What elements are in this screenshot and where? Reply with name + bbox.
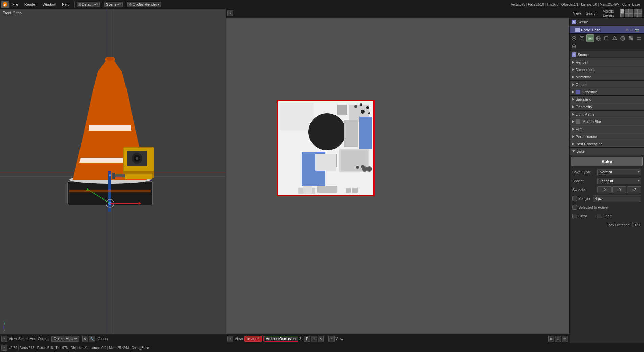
workspace-selector[interactable]: ⊞ Default +× [77,2,100,7]
swizzle-x[interactable]: +X [597,186,612,193]
mode-selector[interactable]: Object Mode ▾ [51,336,79,342]
svg-marker-71 [613,36,617,40]
layer-6[interactable] [620,13,624,17]
margin-checkbox[interactable] [572,196,577,201]
menu-window[interactable]: Window [40,2,59,7]
bake-section-header[interactable]: Bake [570,148,644,155]
dimensions-section[interactable]: Dimensions [570,66,644,73]
performance-section[interactable]: Performance [570,133,644,140]
cursor-icon[interactable]: ⊙ [630,28,633,32]
uv-icon2[interactable]: □ [555,336,561,342]
layer-7[interactable] [625,13,629,17]
uv-menu-icon2[interactable]: ≡ [227,336,233,342]
post-processing-section[interactable]: Post Processing [570,140,644,148]
space-row: Space: Tangent [571,177,643,185]
plus-key[interactable]: + [311,336,317,342]
render-icon[interactable]: 📷 [635,28,639,32]
freestyle-section[interactable]: Freestyle [570,88,644,96]
cage-cb[interactable] [597,214,601,218]
prop-render-icon[interactable] [578,34,586,42]
prop-physics-icon[interactable] [570,43,578,50]
swizzle-y[interactable]: +Y [612,186,626,193]
svg-rect-40 [359,117,372,149]
viewport-3d[interactable]: Front Ortho [0,9,226,343]
selected-active-cb[interactable] [572,205,577,210]
layer-4[interactable] [634,9,638,13]
prop-object-icon[interactable] [603,34,610,42]
render-section[interactable]: Render [570,58,644,66]
uv-bottombar: ≡ View Image* AmbientOcclusion 3 F + × ≡… [226,334,569,343]
prop-material-icon[interactable] [619,34,626,42]
object-cone-base[interactable]: △ Cone_Base 👁 ⊙ 📷 [570,26,644,34]
layer-10[interactable] [638,13,642,17]
post-processing-triangle [572,143,574,145]
freestyle-section-label: Freestyle [582,90,598,94]
image-name-display[interactable]: AmbientOcclusion [263,336,298,342]
third-viewport-label: ≡ View [328,336,343,342]
engine-selector[interactable]: ⚙ Cycles Render ▾ [127,2,161,7]
layer-3[interactable] [629,9,633,13]
geometry-section[interactable]: Geometry [570,103,644,111]
layer-1[interactable] [620,9,624,13]
uv-header: ≡ [226,9,569,18]
menu-render[interactable]: Render [22,2,39,7]
prop-scene-icon[interactable] [570,34,578,42]
prop-world-icon[interactable] [595,34,602,42]
output-section[interactable]: Output [570,81,644,88]
layer-8[interactable] [629,13,633,17]
pivot-btn[interactable]: ⊕ [82,336,88,342]
scene-dropdown: +× [117,3,121,6]
visible-layers-grid[interactable] [620,9,642,17]
object-menu-3d[interactable]: Object [38,337,49,341]
prop-particles-icon[interactable] [635,34,643,42]
prop-texture-icon[interactable] [627,34,635,42]
film-section[interactable]: Film [570,125,644,133]
vp3-view-label[interactable]: View [335,337,343,341]
swizzle-buttons: +X +Y +Z [597,186,641,193]
uv-icon3[interactable]: ◎ [562,336,568,342]
space-dropdown[interactable]: Tangent [597,178,641,184]
motion-blur-section[interactable]: Motion Blur [570,118,644,125]
uv-menu-icon[interactable]: ≡ [227,10,233,16]
f-key[interactable]: F [304,336,310,342]
swizzle-z[interactable]: +Z [627,186,641,193]
bake-button[interactable]: Bake [571,157,643,166]
sampling-section[interactable]: Sampling [570,96,644,103]
info-menu-icon[interactable]: ≡ [1,345,7,351]
bottom-statusbar: ≡ v2.79 Verts:573 | Faces:518 | Tris:976… [0,343,644,352]
x-key[interactable]: × [318,336,324,342]
layer-2[interactable] [625,9,629,13]
layer-9[interactable] [634,13,638,17]
menu-file[interactable]: File [9,2,21,7]
menu-help[interactable]: Help [59,2,72,7]
performance-section-label: Performance [576,135,597,139]
margin-value-display[interactable]: 4 px [593,195,641,202]
select-menu-3d[interactable]: Select [18,337,29,341]
workspace-dropdown: +× [94,3,98,6]
clear-cb[interactable] [572,214,577,218]
eye-icon[interactable]: 👁 [625,28,629,32]
prop-active-icon[interactable] [586,34,594,42]
view-menu-3d[interactable]: View [9,337,17,341]
main-area: Front Ortho [0,9,644,343]
uv-icons: F + × [304,336,324,342]
prop-mesh-icon[interactable] [611,34,618,42]
add-menu-3d[interactable]: Add [30,337,37,341]
metadata-section[interactable]: Metadata [570,73,644,81]
image-menu-uv[interactable]: Image* [244,336,262,342]
viewport-menu-icon[interactable]: ≡ [1,336,7,342]
snap-btn[interactable]: 🔧 [89,336,95,342]
bake-type-dropdown[interactable]: Normal [597,169,641,175]
light-paths-section[interactable]: Light Paths [570,111,644,118]
margin-value: 4 px [595,196,602,201]
view-btn[interactable]: View [572,11,582,15]
layer-5[interactable] [638,9,642,13]
scene-selector[interactable]: Scene +× [104,2,123,7]
visible-layers-label: Visible Layers [603,9,618,17]
uv-icon1[interactable]: ⊞ [548,336,554,342]
search-btn[interactable]: Search [584,11,599,15]
version-info: v2.79 [9,346,17,350]
viewport-uv[interactable]: UV Editor ≡ ≡ View Image* AmbientOcclusi… [226,9,570,343]
view-menu-uv[interactable]: View [235,337,243,341]
global-label[interactable]: Global [98,337,109,341]
